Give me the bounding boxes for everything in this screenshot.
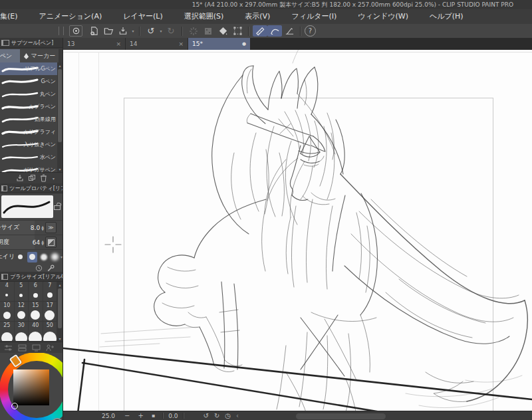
rotate-cw-icon[interactable]: ↻ — [214, 412, 219, 420]
zoom-value[interactable]: 25.0 — [102, 413, 115, 419]
dropdown-chevron-icon[interactable]: ▾ — [61, 255, 63, 259]
undo-icon[interactable]: ↺ — [144, 25, 158, 37]
back-icon[interactable]: ‹ — [236, 412, 239, 420]
brush-size-property-row[interactable]: ブラシサイズ 8.0 ▲▼ ≫ — [0, 220, 63, 235]
snap-to-ruler-icon[interactable] — [253, 25, 267, 37]
subtool-item-calligraphy[interactable]: カリグラフィ — [0, 126, 63, 138]
subtool-item-iri-nuki-pen[interactable]: 入り抜きペン — [0, 138, 63, 151]
snap-to-special-ruler-icon[interactable] — [267, 25, 282, 37]
scrollbar-thumb[interactable] — [58, 69, 62, 142]
subtool-item-real-g-pen[interactable]: リアルGペン — [0, 62, 63, 75]
menu-animation[interactable]: アニメーション(A) — [29, 9, 113, 24]
aa-strong-icon[interactable] — [51, 253, 59, 261]
reset-view-icon[interactable]: ◷ — [225, 412, 231, 420]
wrench-icon[interactable] — [47, 264, 55, 272]
rotate-value[interactable]: 0.0 — [168, 413, 178, 419]
subtool-item-maru-pen[interactable]: 丸ペン — [0, 88, 63, 100]
anti-aliasing-property-row[interactable]: アンチエイリアス ▾ — [0, 249, 63, 264]
duplicate-subtool-icon[interactable] — [28, 174, 36, 182]
register-preset-icon[interactable] — [46, 344, 54, 352]
sv-square[interactable] — [13, 369, 49, 405]
size-preset-30[interactable]: 30 — [15, 322, 29, 342]
new-canvas-icon[interactable] — [86, 25, 101, 37]
zoom-in-button[interactable]: + — [138, 412, 143, 420]
opacity-property-row[interactable]: 不透明度 64 ▲▼ — [0, 235, 63, 249]
subtool-item-partial[interactable]: ガサガサペン — [0, 163, 63, 172]
undo-dropdown-chevron-icon[interactable]: ▾ — [158, 29, 164, 33]
document-tab-14[interactable]: 14 × — [126, 38, 188, 50]
history-icon[interactable] — [35, 264, 43, 272]
subtool-panel-header[interactable]: サブツール[ペン] — [0, 38, 63, 48]
size-preset-15[interactable]: 15 — [29, 302, 43, 322]
tool-property-panel-header[interactable]: ツールプロパティ[リアルGペン] — [0, 183, 63, 193]
scrollbar-thumb[interactable] — [58, 288, 62, 328]
scroll-down-icon[interactable]: ▾ — [53, 176, 55, 181]
menu-help[interactable]: ヘルプ(H) — [419, 9, 474, 24]
zoom-slider-handle[interactable]: ▪ — [152, 412, 155, 420]
preset-list-icon[interactable] — [18, 344, 27, 352]
brush-size-value[interactable]: 8.0 — [31, 225, 40, 231]
preset-settings-icon[interactable] — [4, 344, 13, 352]
toolbar-grip-handle[interactable] — [59, 27, 64, 35]
stepper-icon[interactable]: ▲▼ — [41, 225, 44, 231]
transform-frame-icon[interactable] — [230, 25, 245, 37]
size-preset-50[interactable]: 50 — [43, 322, 58, 342]
help-icon[interactable]: ? — [305, 25, 316, 37]
delete-subtool-icon[interactable] — [40, 174, 47, 182]
size-preset-40[interactable]: 40 — [29, 322, 43, 342]
menu-window[interactable]: ウィンドウ(W) — [347, 9, 419, 24]
pattern-icon[interactable] — [201, 25, 215, 37]
tab-marker[interactable]: マーカー — [20, 49, 59, 62]
subtool-item-mizu-pen[interactable]: 水ペン — [0, 151, 63, 163]
menu-edit[interactable]: 編集(E) — [0, 9, 29, 24]
menu-view[interactable]: 表示(V) — [234, 9, 281, 24]
subtool-item-effect-line[interactable]: 効果線用 — [0, 113, 63, 126]
scroll-down-icon[interactable]: ▾ — [57, 167, 63, 171]
display-mode-icon[interactable] — [32, 344, 41, 352]
size-preset-7[interactable]: 7 — [43, 282, 58, 302]
open-file-icon[interactable] — [101, 25, 116, 37]
rotate-ccw-icon[interactable]: ↺ — [203, 412, 209, 420]
size-preset-5[interactable]: 5 — [15, 282, 29, 302]
subtool-item-g-pen[interactable]: Gペン — [0, 75, 63, 88]
snap-to-grid-icon[interactable] — [282, 25, 297, 37]
scroll-up-icon[interactable]: ▴ — [57, 63, 63, 68]
save-dropdown-chevron-icon[interactable]: ▾ — [130, 29, 136, 33]
import-subtool-icon[interactable] — [16, 174, 24, 182]
size-preset-25[interactable]: 25 — [0, 322, 15, 342]
save-icon[interactable] — [116, 25, 130, 37]
redo-icon[interactable]: ↻ — [164, 25, 178, 37]
screentone-icon[interactable] — [186, 25, 201, 37]
fill-icon[interactable] — [215, 25, 230, 37]
aa-none-icon[interactable] — [18, 255, 23, 259]
size-preset-6[interactable]: 6 — [29, 282, 43, 302]
clip-studio-logo-icon[interactable] — [69, 25, 82, 37]
opacity-effect-icon[interactable] — [45, 237, 57, 248]
brush-size-panel-header[interactable]: ブラシサイズ[リアルGペン] — [0, 272, 63, 282]
menu-layer[interactable]: レイヤー(L) — [112, 9, 174, 24]
scroll-down-icon[interactable]: ▾ — [57, 336, 63, 341]
stepper-icon[interactable]: ▲▼ — [41, 240, 44, 245]
document-tab-13[interactable]: 13 × — [63, 38, 125, 50]
menu-filter[interactable]: フィルター(I) — [281, 9, 347, 24]
menu-selection[interactable]: 選択範囲(S) — [174, 9, 235, 24]
scroll-up-icon[interactable]: ▴ — [57, 282, 63, 287]
aa-weak-selected-icon[interactable] — [27, 252, 37, 262]
aa-medium-icon[interactable] — [41, 254, 47, 261]
canvas-artwork[interactable] — [63, 50, 532, 411]
size-preset-10[interactable]: 10 — [0, 302, 15, 322]
tab-pen[interactable]: ペン — [0, 49, 20, 62]
subtool-scrollbar[interactable]: ▴ ▾ — [57, 62, 63, 172]
size-preset-4[interactable]: 4 — [0, 282, 15, 302]
brush-size-scrollbar[interactable]: ▴ ▾ — [57, 282, 63, 342]
lock-open-icon[interactable] — [54, 205, 60, 210]
close-icon[interactable]: × — [178, 41, 184, 47]
canvas-viewport[interactable] — [63, 50, 532, 411]
sv-selector[interactable] — [11, 403, 18, 409]
close-icon[interactable]: × — [116, 41, 121, 47]
size-preset-17[interactable]: 17 — [43, 302, 58, 322]
subtool-item-kabura-pen[interactable]: カブラペン — [0, 100, 63, 113]
opacity-value[interactable]: 64 — [33, 239, 40, 246]
size-preset-12[interactable]: 12 — [15, 302, 29, 322]
document-tab-15-active[interactable]: 15* ● — [188, 38, 250, 50]
